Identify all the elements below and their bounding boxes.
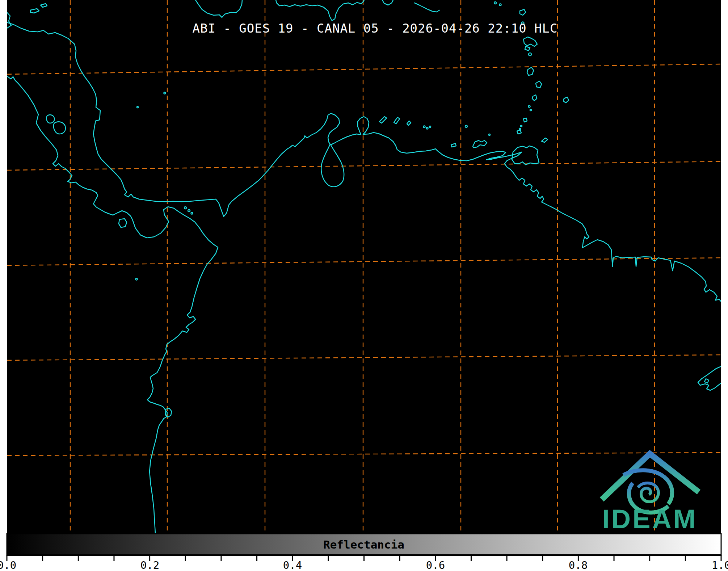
logo-text: IDEAM: [602, 504, 697, 534]
image-title: ABI - GOES 19 - CANAL 05 - 2026-04-26 22…: [192, 21, 557, 35]
tick-label-0.4: 0.4: [283, 559, 302, 571]
colorbar: Reflectancia 0.0 0.2 0.4 0.6 0.8 1.0: [0, 534, 728, 571]
tick-label-0.0: 0.0: [0, 559, 16, 571]
colorbar-title: Reflectancia: [323, 538, 404, 551]
tick-label-0.2: 0.2: [140, 559, 159, 571]
colorbar-ticks: [7, 555, 721, 561]
tick-label-0.8: 0.8: [569, 559, 588, 571]
goes-satellite-image: ABI - GOES 19 - CANAL 05 - 2026-04-26 22…: [0, 0, 728, 571]
satellite-map-figure: ABI - GOES 19 - CANAL 05 - 2026-04-26 22…: [0, 0, 728, 571]
tick-label-0.6: 0.6: [426, 559, 445, 571]
tick-label-1.0: 1.0: [712, 559, 728, 571]
